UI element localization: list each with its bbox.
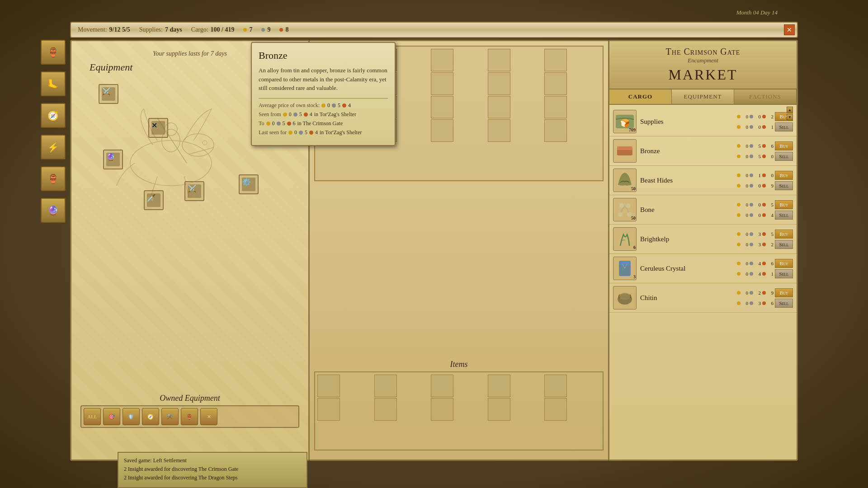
ceruleus-crystal-prices: 0 4 6 Buy 0 4 1 Sell	[737, 259, 793, 278]
inv-slot-9[interactable]	[488, 72, 510, 95]
item-slot-10[interactable]	[544, 398, 567, 421]
market-item-beast-hides[interactable]: 50 Beast Hides 0 1 0 Buy 0 0 9 Sell	[609, 166, 797, 195]
market-item-brightkelp[interactable]: 6 Brightkelp 0 3 5 Buy 0 3 2 Sell	[609, 225, 797, 254]
avg-label: Average price of own stock:	[259, 102, 320, 109]
bronze-prices: 0 5 6 Buy 0 5 0 Sell	[737, 141, 793, 161]
ls-gray-dot	[299, 131, 303, 135]
market-item-chitin[interactable]: Chitin 0 2 9 Buy 0 3 6 Sell	[609, 283, 797, 313]
sf-gold-dot	[283, 113, 287, 117]
market-item-ceruleus-crystal[interactable]: 3 Ceruleus Crystal 0 4 6 Buy 0 4 1 Sell	[609, 254, 797, 283]
beast-hides-sell-button[interactable]: Sell	[775, 181, 793, 190]
equip-slot-head[interactable]: ⚔️	[99, 84, 118, 104]
beast-hides-prices: 0 1 0 Buy 0 0 9 Sell	[737, 171, 793, 190]
inv-slot-19[interactable]	[488, 119, 510, 142]
s-sell-g: 0	[742, 124, 748, 130]
scroll-down-arrow[interactable]: ▼	[787, 114, 793, 120]
filter-special-button[interactable]: ✕	[200, 408, 217, 425]
item-slot-9[interactable]	[488, 398, 510, 421]
item-slot-4[interactable]	[488, 375, 510, 397]
market-item-bone[interactable]: 50 Bone 0 0 5 Buy 0 0 4 Sell	[609, 195, 797, 225]
equip-slot-misc2[interactable]: ⚙️	[239, 174, 259, 194]
inv-slot-13[interactable]	[431, 96, 453, 118]
bronze-buy-button[interactable]: Buy	[775, 141, 793, 150]
beast-hides-buy-button[interactable]: Buy	[775, 171, 793, 180]
equip-slot-weapon1[interactable]: 🔮	[103, 150, 123, 169]
close-button[interactable]: ✕	[784, 24, 795, 35]
tab-factions[interactable]: FACTIONS	[734, 89, 797, 104]
item-slot-8[interactable]	[431, 398, 453, 421]
equip-slot-misc1[interactable]: 🗡️	[144, 190, 164, 210]
last-seen-place: in Tor'Zag's Shelter	[320, 129, 362, 136]
ls-orange-val: 4	[315, 129, 318, 136]
tooltip-title: Bronze	[259, 50, 388, 61]
item-slot-6[interactable]	[317, 398, 340, 421]
sf-orange-dot	[304, 113, 308, 117]
cargo-stat: Cargo: 100 / 419	[191, 26, 235, 33]
inv-slot-3[interactable]	[431, 49, 453, 71]
tab-cargo[interactable]: CARGO	[609, 89, 672, 104]
inv-slot-4[interactable]	[488, 49, 510, 71]
svg-rect-21	[619, 261, 631, 265]
ls-orange-dot	[309, 131, 313, 135]
inv-slot-10[interactable]	[544, 72, 567, 95]
item-slot-7[interactable]	[374, 398, 397, 421]
to-orange-dot	[287, 122, 291, 126]
inv-slot-20[interactable]	[544, 119, 567, 142]
brightkelp-buy-button[interactable]: Buy	[775, 230, 793, 239]
filter-items-button[interactable]: 🏺	[181, 408, 198, 425]
filter-tools-button[interactable]: ⚒️	[161, 408, 179, 425]
chitin-sell-button[interactable]: Sell	[775, 299, 793, 308]
svg-point-23	[619, 293, 630, 300]
inv-slot-5[interactable]	[544, 49, 567, 71]
inv-slot-14[interactable]	[488, 96, 510, 118]
bone-buy-button[interactable]: Buy	[775, 200, 793, 209]
filter-combat-button[interactable]: 🎯	[103, 408, 120, 425]
currency-gold: 7	[243, 26, 252, 33]
avg-gold-dot	[321, 103, 326, 108]
log-line-2: 2 Insight awarded for discovering The Cr…	[124, 465, 301, 474]
side-icon-1: 🏺	[41, 40, 66, 65]
item-slot-2[interactable]	[374, 375, 397, 397]
supplies-buy-row: 0 0 2 Buy	[737, 112, 793, 121]
inv-slot-18[interactable]	[431, 119, 453, 142]
scroll-up-arrow[interactable]: ▲	[787, 107, 793, 113]
avg-gray-val: 5	[338, 102, 340, 109]
market-item-bronze[interactable]: Bronze 0 5 6 Buy 0 5 0 Sell	[609, 136, 797, 166]
ceruleus-buy-button[interactable]: Buy	[775, 259, 793, 268]
svg-point-0	[130, 141, 212, 186]
character-illustration	[99, 77, 243, 213]
equip-slot-body[interactable]: ✕	[148, 118, 168, 138]
market-item-supplies[interactable]: 🍞 709 Supplies 0 0 2 Buy 0 0 1 Sel	[609, 107, 797, 136]
brightkelp-sell-button[interactable]: Sell	[775, 240, 793, 249]
tooltip-seen-from: Seen from 0 5 4 in Tor'Zag's Shelter	[259, 111, 388, 118]
svg-text:🍞: 🍞	[620, 118, 630, 128]
bone-icon: 50	[613, 198, 637, 221]
orange-value: 8	[285, 26, 288, 33]
bronze-sell-button[interactable]: Sell	[775, 152, 793, 161]
cargo-value: 100 / 419	[211, 26, 235, 33]
chitin-buy-button[interactable]: Buy	[775, 288, 793, 297]
item-slot-1[interactable]	[317, 375, 340, 397]
tab-equipment[interactable]: EQUIPMENT	[672, 89, 734, 104]
item-slot-3[interactable]	[431, 375, 453, 397]
ceruleus-sell-button[interactable]: Sell	[775, 269, 793, 278]
inv-slot-8[interactable]	[431, 72, 453, 95]
ls-gold-val: 0	[294, 129, 297, 136]
filter-armor-button[interactable]: 🛡️	[123, 408, 140, 425]
supplies-label: Supplies:	[139, 26, 163, 33]
movement-stat: Movement: 9/12 5/5	[78, 26, 130, 33]
bone-sell-button[interactable]: Sell	[775, 211, 793, 220]
orange-dot2	[762, 125, 766, 129]
gray-dot-icon	[261, 28, 265, 32]
filter-nav-button[interactable]: 🧭	[142, 408, 159, 425]
items-grid	[315, 372, 603, 423]
equip-slot-weapon2[interactable]: ⚔️	[184, 181, 204, 201]
filter-all-button[interactable]: ALL	[84, 408, 101, 425]
bone-prices: 0 0 5 Buy 0 0 4 Sell	[737, 200, 793, 220]
avg-gray-dot	[332, 103, 336, 108]
beast-hides-buy-row: 0 1 0 Buy	[737, 171, 793, 180]
item-slot-5[interactable]	[544, 375, 567, 397]
supplies-sell-button[interactable]: Sell	[775, 122, 793, 131]
inv-slot-15[interactable]	[544, 96, 567, 118]
gold-dot2	[737, 125, 741, 129]
